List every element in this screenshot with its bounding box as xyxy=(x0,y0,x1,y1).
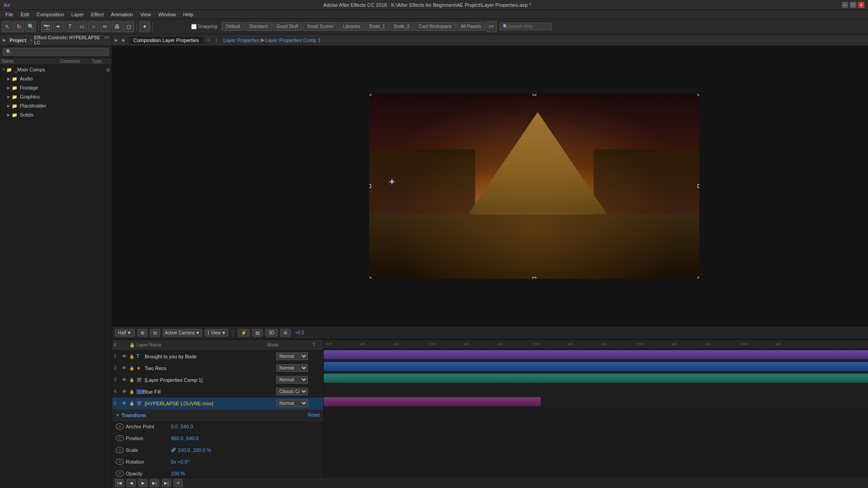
ws-all-panels[interactable]: All Panels xyxy=(457,22,485,31)
layer-lock-4[interactable]: 🔒 xyxy=(129,389,137,394)
tool-select[interactable]: ↖ xyxy=(2,21,13,32)
panel-expand-btn[interactable]: >> xyxy=(104,35,109,45)
prop-stopwatch-position[interactable]: ⏱ xyxy=(116,435,124,441)
track-lane-anchor[interactable] xyxy=(324,418,868,430)
layer-lock-3[interactable]: 🔒 xyxy=(129,378,137,382)
prop-stopwatch-scale[interactable]: ⏱ xyxy=(116,447,124,453)
track-lane-5[interactable] xyxy=(324,396,868,408)
transport-prev-frame[interactable]: ◀ xyxy=(127,479,136,487)
tool-shape-ellipse[interactable]: ○ xyxy=(88,21,99,32)
layer-visibility-3[interactable]: 👁 xyxy=(122,377,129,382)
viewer-zoom-dropdown[interactable]: Half ▼ xyxy=(115,329,135,337)
transport-loop[interactable]: ↺ xyxy=(174,479,183,487)
tool-camera[interactable]: 📷 xyxy=(41,21,52,32)
tool-eraser[interactable]: ◻ xyxy=(123,21,134,32)
layer-mode-select-3[interactable]: Normal xyxy=(276,376,308,384)
ws-cool[interactable]: Cool Workspace xyxy=(415,22,456,31)
project-panel-toggle[interactable]: ▶ xyxy=(3,38,6,42)
layer-lock-5[interactable]: 🔒 xyxy=(129,401,137,406)
search-input[interactable] xyxy=(508,24,549,29)
menu-file[interactable]: File xyxy=(2,11,17,18)
project-search-input[interactable] xyxy=(3,48,109,56)
handle-top-left[interactable] xyxy=(369,94,371,95)
track-lane-position[interactable] xyxy=(324,430,868,442)
ws-small-screen[interactable]: Small Screen xyxy=(303,22,338,31)
ws-standard[interactable]: Standard xyxy=(245,22,272,31)
viewer-region-btn[interactable]: ⊞ xyxy=(137,329,147,337)
ws-good-stuff[interactable]: Good Stuff xyxy=(273,22,302,31)
handle-top-right[interactable] xyxy=(698,94,699,95)
tool-shape-rect[interactable]: ▭ xyxy=(76,21,87,32)
handle-middle-left[interactable] xyxy=(369,184,371,188)
menu-effect[interactable]: Effect xyxy=(87,11,107,18)
layer-row-2[interactable]: 2 👁 🔒 ★ Two Recs Normal xyxy=(112,362,323,374)
timeline-track-area[interactable]: 0;0f 10f 20f 1:00f 10f 20f 2:00f 10f 20f… xyxy=(324,340,868,477)
layer-mode-select-1[interactable]: Normal xyxy=(276,352,308,360)
tool-text[interactable]: T xyxy=(65,21,75,32)
handle-bottom-middle[interactable] xyxy=(533,277,536,279)
transport-goto-start[interactable]: |◀ xyxy=(115,479,124,487)
prop-value-position[interactable]: 960.0 ,540.0 xyxy=(171,436,198,441)
layer-mode-select-4[interactable]: Classic Co xyxy=(276,388,308,395)
tool-rotate[interactable]: ↻ xyxy=(14,21,24,32)
snapping-checkbox[interactable] xyxy=(191,24,197,29)
minimize-button[interactable]: — xyxy=(842,2,848,8)
layer-lock-1[interactable]: 🔒 xyxy=(129,354,137,359)
prop-value-scale[interactable]: 100.0 ,100.0 % xyxy=(178,447,211,453)
viewer-3d-btn[interactable]: 3D xyxy=(265,329,278,337)
handle-bottom-center-extra[interactable] xyxy=(698,277,699,279)
prop-value-anchor-point[interactable]: 0.0 ,540.0 xyxy=(171,424,193,429)
viewer-settings-btn[interactable]: ⚙ xyxy=(280,329,291,337)
tool-zoom[interactable]: 🔍 xyxy=(25,21,36,32)
layer-visibility-4[interactable]: 👁 xyxy=(122,389,129,394)
prop-value-rotation[interactable]: 0x +0.0° xyxy=(171,459,189,465)
layer-visibility-5[interactable]: 👁 xyxy=(122,401,129,406)
menu-window[interactable]: Window xyxy=(155,11,179,18)
project-item-footage[interactable]: ▶ 📁 Footage xyxy=(0,83,112,92)
layer-row-3[interactable]: 3 👁 🔒 🎬 [Layer Properties Comp 1] Normal xyxy=(112,374,323,386)
track-lane-transform[interactable] xyxy=(324,408,868,418)
handle-bottom-left[interactable] xyxy=(369,277,371,279)
track-lane-opacity[interactable] xyxy=(324,465,868,477)
tool-pen[interactable]: ✒ xyxy=(53,21,64,32)
layer-mode-select-2[interactable]: Normal xyxy=(276,364,308,372)
transform-header[interactable]: ▼ Transform Reset xyxy=(112,410,323,421)
viewer-grid-btn[interactable]: ⊟ xyxy=(150,329,160,337)
breadcrumb-item-1[interactable]: Layer Properties xyxy=(223,38,260,43)
transport-play[interactable]: ▶ xyxy=(138,479,147,487)
ws-bode2[interactable]: Bode_2 xyxy=(390,22,414,31)
breadcrumb-item-2[interactable]: Layer Properties Comp 1 xyxy=(265,38,321,43)
track-lane-3[interactable] xyxy=(324,372,868,384)
layer-lock-2[interactable]: 🔒 xyxy=(129,366,137,371)
handle-middle-right[interactable] xyxy=(698,184,699,188)
layer-mode-select-5[interactable]: Normal xyxy=(276,399,308,407)
project-item-main-comps[interactable]: ▼ 📁 _Main Comps ⊞ xyxy=(0,65,112,74)
layer-row-5[interactable]: 5 👁 🔒 🎬 [HYPERLAPSE LOUVRE.mov] Normal xyxy=(112,398,323,409)
track-lane-2[interactable] xyxy=(324,361,868,372)
comp-tab-layer-props[interactable]: Composition Layer Properties xyxy=(129,37,203,44)
viewer-render-btn[interactable]: ⚡ xyxy=(238,329,250,337)
transform-reset-btn[interactable]: Reset xyxy=(308,413,320,418)
menu-view[interactable]: View xyxy=(137,11,155,18)
ws-bode1[interactable]: Bode_1 xyxy=(365,22,389,31)
project-item-graphics[interactable]: ▶ 📁 Graphics xyxy=(0,92,112,101)
menu-animation[interactable]: Animation xyxy=(107,11,137,18)
prop-value-opacity[interactable]: 100 % xyxy=(171,471,185,476)
ws-libraries[interactable]: Libraries xyxy=(339,22,364,31)
layer-row-1[interactable]: 1 👁 🔒 T Brought to you by Bode Normal xyxy=(112,351,323,362)
track-lane-1[interactable] xyxy=(324,349,868,361)
close-button[interactable]: ✕ xyxy=(858,2,864,8)
track-lane-rotation[interactable] xyxy=(324,454,868,465)
effect-controls-tab[interactable]: Effect Controls: HYPERLAPSE LC xyxy=(34,35,103,45)
layer-visibility-1[interactable]: 👁 xyxy=(122,354,129,359)
project-item-placeholder[interactable]: ▶ 📁 Placeholder xyxy=(0,101,112,110)
handle-top-middle[interactable] xyxy=(533,94,536,95)
ws-expand[interactable]: >> xyxy=(486,21,497,32)
tool-stamp[interactable]: 🖷 xyxy=(112,21,123,32)
transport-next-frame[interactable]: ▶| xyxy=(150,479,159,487)
layer-row-4[interactable]: 4 👁 🔒 Blue Fill Classic Co xyxy=(112,386,323,398)
menu-composition[interactable]: Composition xyxy=(33,11,68,18)
maximize-button[interactable]: ☐ xyxy=(850,2,856,8)
menu-help[interactable]: Help xyxy=(179,11,197,18)
tool-paint[interactable]: ✏ xyxy=(100,21,111,32)
